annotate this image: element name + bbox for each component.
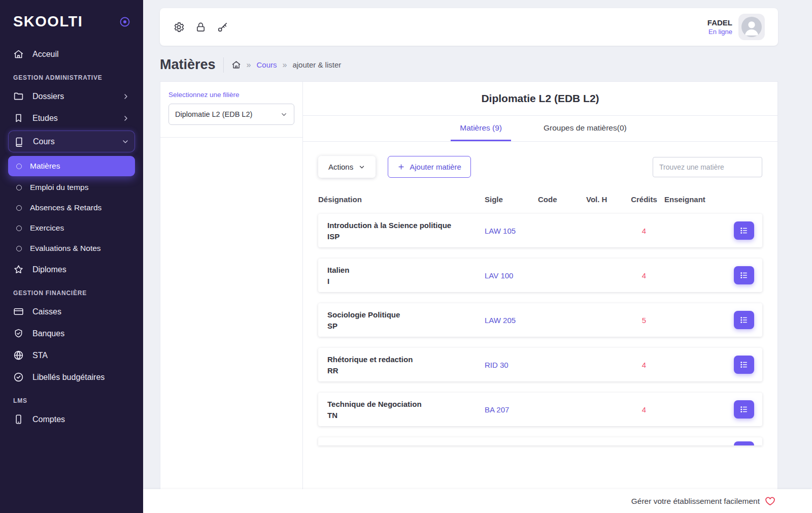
matiere-abbr: I — [327, 277, 485, 285]
sidebar-item-comptes[interactable]: Comptes — [8, 408, 135, 430]
sidebar-subitem-label: Matières — [30, 162, 60, 171]
page-title: Matières — [160, 57, 216, 73]
credit-card-icon — [13, 306, 24, 317]
avatar — [741, 17, 762, 37]
footer: Gérer votre établissement facilement — [143, 489, 812, 513]
main-area: FADEL En ligne Matières » Cours » ajoute… — [143, 0, 812, 513]
topbar: FADEL En ligne — [160, 8, 778, 46]
radio-bullet-icon — [16, 205, 22, 211]
sidebar-heading-admin: GESTION ADMINISTRATIVE — [8, 65, 135, 85]
key-icon[interactable] — [217, 21, 228, 33]
cell-sigle: BA 207 — [485, 405, 538, 414]
tabs: Matières (9) Groupes de matières(0) — [303, 116, 777, 142]
cell-credits: 4 — [624, 405, 664, 414]
search-matiere-input[interactable] — [653, 157, 762, 177]
cell-sigle: RID 30 — [485, 361, 538, 369]
folder-icon — [13, 91, 24, 102]
breadcrumb-separator: » — [247, 60, 251, 70]
sidebar-subitem-emploi-du-temps[interactable]: Emploi du temps — [8, 177, 135, 198]
globe-icon — [13, 350, 24, 361]
sidebar-item-etudes[interactable]: Etudes — [8, 107, 135, 129]
page-header: Matières » Cours » ajouter & lister — [160, 57, 778, 73]
row-menu-button[interactable] — [734, 441, 754, 445]
breadcrumb-home-icon[interactable] — [231, 60, 241, 70]
user-status: En ligne — [707, 28, 732, 36]
sidebar-subitem-matieres[interactable]: Matières — [8, 156, 135, 176]
gear-icon[interactable] — [173, 21, 185, 33]
column-header-enseignant: Enseignant — [664, 195, 734, 204]
table-row: Rhétorique et redaction RR RID 30 4 — [318, 348, 762, 381]
sidebar-item-label: Dossiers — [32, 92, 64, 101]
breadcrumb: » Cours » ajouter & lister — [231, 60, 342, 70]
lock-icon[interactable] — [195, 21, 207, 33]
footer-tagline: Gérer votre établissement facilement — [631, 497, 760, 506]
user-block: FADEL En ligne — [707, 14, 765, 40]
chevron-down-icon — [280, 111, 288, 118]
sidebar-subitem-label: Absences & Retards — [30, 203, 101, 212]
sidebar-subitem-exercices[interactable]: Exercices — [8, 218, 135, 238]
row-menu-button[interactable] — [734, 400, 754, 419]
cell-designation: Sociologie Politique SP — [318, 310, 485, 330]
matieres-card: Diplomatie L2 (EDB L2) Matières (9) Grou… — [303, 81, 778, 496]
check-circle-icon — [13, 372, 24, 382]
user-name: FADEL — [707, 18, 732, 27]
row-menu-button[interactable] — [734, 311, 754, 329]
sidebar: SKOOLTI Acceuil GESTION ADMINISTRATIVE D… — [0, 0, 143, 513]
filiere-title: Diplomatie L2 (EDB L2) — [308, 92, 772, 105]
column-header-code: Code — [538, 195, 586, 204]
plus-icon — [397, 163, 405, 171]
actions-button[interactable]: Actions — [318, 156, 376, 178]
sidebar-heading-lms: LMS — [8, 388, 135, 408]
matiere-name: Italien — [327, 266, 485, 274]
topbar-icons — [173, 21, 228, 33]
sidebar-item-acceuil[interactable]: Acceuil — [8, 43, 135, 65]
matiere-abbr: TN — [327, 411, 485, 420]
sidebar-subitem-label: Emploi du temps — [30, 183, 88, 192]
cell-designation: Rhétorique et redaction RR — [318, 355, 485, 375]
row-menu-button[interactable] — [734, 356, 754, 374]
star-icon — [13, 264, 24, 275]
sidebar-item-label: Comptes — [32, 415, 65, 424]
cell-credits: 5 — [624, 316, 664, 325]
sidebar-item-label: Libellés budgétaires — [32, 373, 105, 382]
sidebar-item-dossiers[interactable]: Dossiers — [8, 85, 135, 107]
sidebar-heading-finance: GESTION FINANCIÈRE — [8, 280, 135, 301]
matiere-abbr: RR — [327, 366, 485, 375]
radio-bullet-icon — [16, 246, 22, 251]
chevron-down-icon — [121, 138, 129, 146]
table-row: Introduction à la Science politique ISP … — [318, 214, 762, 247]
sidebar-subitem-label: Exercices — [30, 223, 64, 233]
sidebar-item-libelles-budgetaires[interactable]: Libellés budgétaires — [8, 366, 135, 388]
row-menu-button[interactable] — [734, 221, 754, 240]
cell-sigle: LAV 100 — [485, 271, 538, 280]
filiere-select[interactable]: Diplomatie L2 (EDB L2) — [168, 104, 294, 125]
breadcrumb-link-cours[interactable]: Cours — [256, 60, 277, 69]
filter-label: Selectionnez une filière — [168, 91, 294, 99]
tab-matieres[interactable]: Matières (9) — [451, 116, 511, 141]
sidebar-item-label: Banques — [32, 329, 64, 338]
card-titlebar: Diplomatie L2 (EDB L2) — [303, 82, 777, 116]
sidebar-item-banques[interactable]: Banques — [8, 323, 135, 344]
table-header: Désignation Sigle Code Vol. H Crédits En… — [318, 195, 762, 204]
tab-groupes-matieres[interactable]: Groupes de matières(0) — [540, 116, 630, 141]
smartphone-icon — [13, 414, 24, 425]
sidebar-item-caisses[interactable]: Caisses — [8, 301, 135, 323]
actions-button-label: Actions — [328, 163, 353, 171]
sidebar-item-sta[interactable]: STA — [8, 344, 135, 366]
sidebar-item-label: Etudes — [32, 114, 58, 123]
sidebar-item-cours[interactable]: Cours — [8, 131, 135, 152]
heart-icon — [765, 496, 775, 506]
add-matiere-button[interactable]: Ajouter matière — [388, 156, 471, 178]
cell-designation: Italien I — [318, 266, 485, 285]
sidebar-collapse-icon[interactable] — [119, 16, 131, 28]
table-body: Introduction à la Science politique ISP … — [303, 214, 777, 445]
sidebar-subitem-evaluations-notes[interactable]: Evaluations & Notes — [8, 238, 135, 259]
filiere-select-value: Diplomatie L2 (EDB L2) — [175, 110, 252, 118]
sidebar-item-diplomes[interactable]: Diplomes — [8, 259, 135, 280]
cell-action — [734, 221, 762, 240]
table-row-partial — [318, 437, 762, 445]
row-menu-button[interactable] — [734, 266, 754, 284]
user-menu[interactable] — [738, 14, 765, 40]
cell-sigle: LAW 205 — [485, 316, 538, 325]
sidebar-subitem-absences-retards[interactable]: Absences & Retards — [8, 198, 135, 218]
